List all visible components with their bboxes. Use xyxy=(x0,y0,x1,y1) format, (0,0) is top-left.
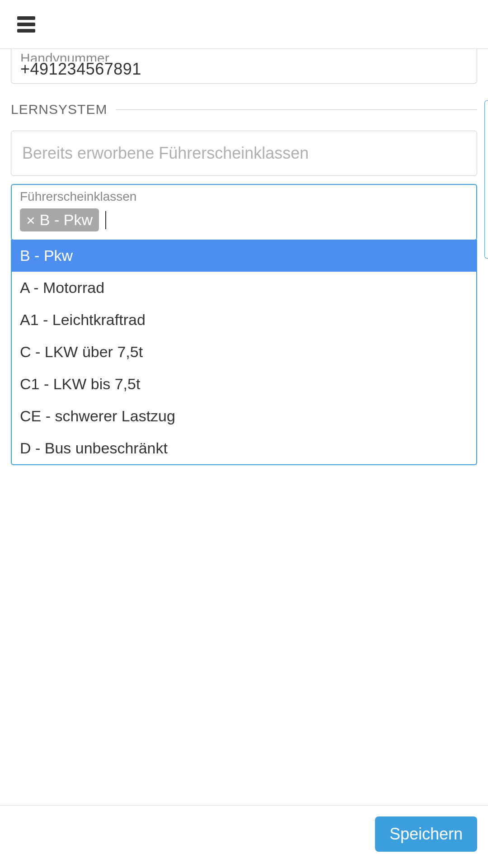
side-panel-edge[interactable] xyxy=(484,100,488,259)
license-classes-chips: × B - Pkw xyxy=(20,208,468,231)
hamburger-icon[interactable] xyxy=(17,16,35,33)
section-divider: LERNSYSTEM xyxy=(11,102,477,117)
main-content: Handynummer +491234567891 LERNSYSTEM Ber… xyxy=(0,49,488,465)
acquired-classes-field[interactable]: Bereits erworbene Führerscheinklassen xyxy=(11,131,477,176)
section-line xyxy=(116,109,477,110)
dropdown-option[interactable]: CE - schwerer Lastzug xyxy=(12,400,476,432)
license-class-chip: × B - Pkw xyxy=(20,208,99,231)
dropdown-option[interactable]: C1 - LKW bis 7,5t xyxy=(12,368,476,400)
chip-label: B - Pkw xyxy=(40,211,93,229)
phone-field[interactable]: Handynummer +491234567891 xyxy=(11,49,477,84)
dropdown-option[interactable]: C - LKW über 7,5t xyxy=(12,336,476,368)
text-cursor xyxy=(105,211,106,229)
footer: Speichern xyxy=(0,805,488,868)
dropdown-option[interactable]: B - Pkw xyxy=(12,240,476,272)
dropdown-option[interactable]: A1 - Leichtkraftrad xyxy=(12,304,476,336)
dropdown-option[interactable]: A - Motorrad xyxy=(12,272,476,304)
chip-remove-icon[interactable]: × xyxy=(26,212,35,228)
license-classes-dropdown: B - Pkw A - Motorrad A1 - Leichtkraftrad… xyxy=(11,240,477,465)
acquired-classes-placeholder: Bereits erworbene Führerscheinklassen xyxy=(22,144,309,162)
license-classes-label: Führerscheinklassen xyxy=(20,189,468,204)
save-button[interactable]: Speichern xyxy=(375,816,477,852)
dropdown-option[interactable]: D - Bus unbeschränkt xyxy=(12,432,476,464)
phone-value: +491234567891 xyxy=(20,60,468,79)
section-title: LERNSYSTEM xyxy=(11,102,107,117)
license-classes-field[interactable]: Führerscheinklassen × B - Pkw xyxy=(11,184,477,241)
phone-label: Handynummer xyxy=(20,52,468,61)
app-header xyxy=(0,0,488,49)
